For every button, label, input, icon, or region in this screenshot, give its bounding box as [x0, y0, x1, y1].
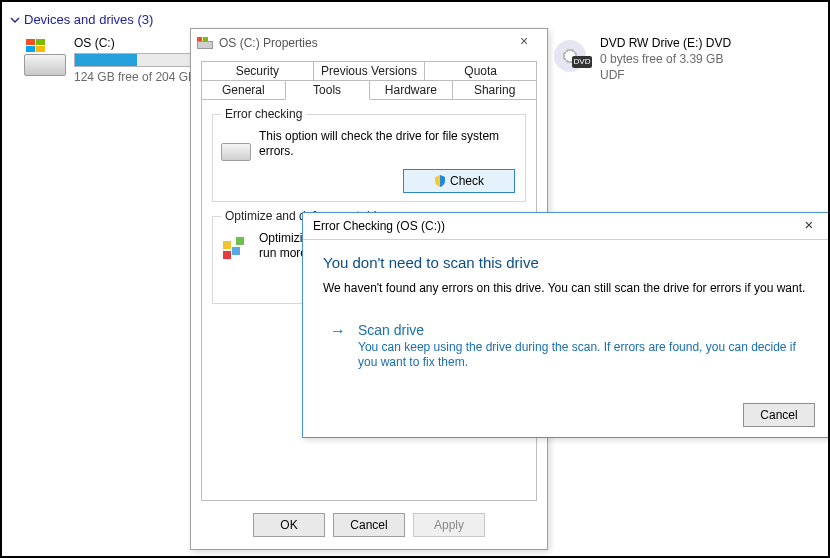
tab-previous-versions[interactable]: Previous Versions	[313, 61, 426, 80]
drive-title: DVD RW Drive (E:) DVD	[600, 36, 731, 50]
tab-hardware[interactable]: Hardware	[369, 80, 454, 100]
errorcheck-title: Error Checking (OS (C:))	[313, 219, 445, 233]
errorcheck-titlebar[interactable]: Error Checking (OS (C:))	[303, 213, 829, 240]
section-header-text: Devices and drives (3)	[24, 12, 153, 27]
apply-button[interactable]: Apply	[413, 513, 485, 537]
drive-small-icon	[197, 37, 213, 49]
drive-tile-dvd[interactable]: DVD DVD RW Drive (E:) DVD 0 bytes free o…	[550, 36, 731, 82]
check-button[interactable]: Check	[403, 169, 515, 193]
error-checking-text: This option will check the drive for fil…	[259, 129, 515, 159]
tab-tools[interactable]: Tools	[285, 80, 370, 100]
properties-titlebar[interactable]: OS (C:) Properties ×	[191, 29, 547, 57]
tab-general[interactable]: General	[201, 80, 286, 100]
drive-fs: UDF	[600, 68, 731, 82]
check-button-label: Check	[450, 174, 484, 188]
arrow-right-icon: →	[330, 322, 346, 340]
close-button[interactable]: ×	[795, 216, 823, 234]
properties-title: OS (C:) Properties	[219, 36, 318, 50]
properties-tabs: Security Previous Versions Quota General…	[201, 61, 537, 100]
ok-button[interactable]: OK	[253, 513, 325, 537]
scan-drive-option[interactable]: → Scan drive You can keep using the driv…	[323, 315, 809, 377]
devices-section-header[interactable]: Devices and drives (3)	[10, 12, 153, 27]
group-error-checking: Error checking This option will check th…	[212, 114, 526, 202]
chevron-down-icon	[10, 15, 20, 25]
disc-badge: DVD	[572, 56, 592, 68]
dvd-disc-icon: DVD	[550, 36, 590, 76]
hdd-icon	[221, 135, 251, 161]
group-caption: Error checking	[221, 107, 306, 121]
errorcheck-headline: You don't need to scan this drive	[323, 254, 809, 271]
drive-meta: DVD RW Drive (E:) DVD 0 bytes free of 3.…	[600, 36, 731, 82]
tab-security[interactable]: Security	[201, 61, 314, 80]
defrag-icon	[221, 237, 251, 263]
properties-footer: OK Cancel Apply	[191, 513, 547, 537]
cancel-button[interactable]: Cancel	[333, 513, 405, 537]
tab-sharing[interactable]: Sharing	[452, 80, 537, 100]
tab-quota[interactable]: Quota	[424, 61, 537, 80]
close-button[interactable]: ×	[507, 33, 541, 53]
window-capture: Devices and drives (3) OS (C:) 124 GB fr…	[0, 0, 830, 558]
error-checking-dialog: Error Checking (OS (C:)) × You don't nee…	[302, 212, 830, 438]
drive-free-text: 0 bytes free of 3.39 GB	[600, 52, 731, 66]
errorcheck-message: We haven't found any errors on this driv…	[323, 281, 809, 295]
scan-drive-label: Scan drive	[358, 322, 804, 338]
cancel-button[interactable]: Cancel	[743, 403, 815, 427]
shield-icon	[434, 175, 446, 187]
scan-drive-subtext: You can keep using the drive during the …	[358, 340, 804, 370]
hdd-windows-icon	[24, 36, 64, 76]
